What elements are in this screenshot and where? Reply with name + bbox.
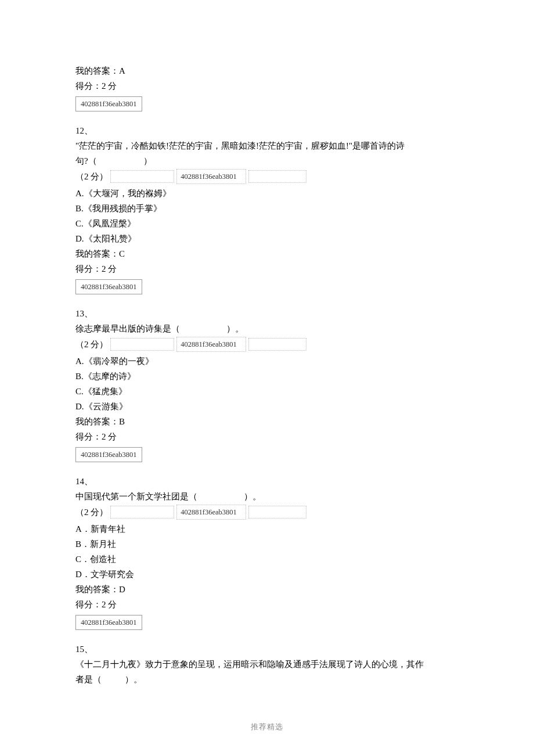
prev-score: 得分：2 分 [75,79,459,93]
score-value: 2 分 [102,81,117,91]
page-footer: 推荐精选 [75,721,459,733]
points-label: （2 分） [75,337,108,351]
option-a: A.《大堰河，我的褓姆》 [75,186,459,200]
my-answer-value: A [119,66,125,75]
score-label: 得分： [75,600,102,609]
my-answer-label: 我的答案： [75,66,119,75]
code-box: 402881f36eab3801 [176,169,246,184]
q13-my-answer: 我的答案：B [75,415,459,429]
option-a: A.《翡冷翠的一夜》 [75,354,459,368]
score-value: 2 分 [102,600,117,609]
option-b: B.《我用残损的手掌》 [75,201,459,215]
q12-score: 得分：2 分 [75,262,459,276]
empty-box [110,506,174,519]
option-b: B.《志摩的诗》 [75,369,459,383]
question-number-15: 15、 [75,642,459,656]
option-d: D．文学研究会 [75,567,459,581]
my-answer-value: C [119,249,125,258]
prev-my-answer: 我的答案：A [75,64,459,78]
code-box: 402881f36eab3801 [75,96,142,111]
empty-box [110,338,174,351]
option-a: A．新青年社 [75,522,459,536]
option-b: B．新月社 [75,537,459,551]
question-number-12: 12、 [75,124,459,138]
q14-score: 得分：2 分 [75,597,459,611]
q15-stem-line2: 者是（）。 [75,672,459,686]
score-value: 2 分 [102,264,117,273]
code-box: 402881f36eab3801 [176,337,246,352]
score-label: 得分： [75,432,102,441]
points-row: （2 分） 402881f36eab3801 [75,337,459,352]
score-label: 得分： [75,81,102,91]
q15-stem-line1: 《十二月十九夜》致力于意象的呈现，运用暗示和隐喻及通感手法展现了诗人的心境，其作 [75,657,459,671]
q14-my-answer: 我的答案：D [75,582,459,596]
empty-box [248,170,306,183]
score-value: 2 分 [102,432,117,441]
q13-stem: 徐志摩最早出版的诗集是（）。 [75,322,459,336]
points-label: （2 分） [75,505,108,519]
option-c: C.《凤凰涅槃》 [75,217,459,231]
my-answer-value: D [119,585,125,594]
question-number-14: 14、 [75,474,459,488]
code-box: 402881f36eab3801 [75,279,142,294]
q14-stem: 中国现代第一个新文学社团是（）。 [75,489,459,503]
empty-box [110,170,174,183]
empty-box [248,338,306,351]
option-d: D.《云游集》 [75,399,459,413]
my-answer-label: 我的答案： [75,249,119,258]
q12-stem-line1: "茫茫的宇宙，冷酷如铁!茫茫的宇宙，黑暗如漆!茫茫的宇宙，腥秽如血!"是哪首诗的… [75,139,459,153]
my-answer-label: 我的答案： [75,585,119,594]
empty-box [248,506,306,519]
code-box: 402881f36eab3801 [75,447,142,462]
my-answer-label: 我的答案： [75,417,119,426]
points-row: （2 分） 402881f36eab3801 [75,169,459,184]
option-c: C.《猛虎集》 [75,384,459,398]
option-c: C．创造社 [75,552,459,566]
q13-score: 得分：2 分 [75,430,459,444]
score-label: 得分： [75,264,102,273]
code-box: 402881f36eab3801 [176,505,246,520]
q12-my-answer: 我的答案：C [75,247,459,261]
option-d: D.《太阳礼赞》 [75,232,459,246]
points-label: （2 分） [75,170,108,183]
question-number-13: 13、 [75,307,459,321]
my-answer-value: B [119,417,125,426]
q12-stem-line2: 句?（） [75,154,459,168]
points-row: （2 分） 402881f36eab3801 [75,505,459,520]
code-box: 402881f36eab3801 [75,615,142,630]
